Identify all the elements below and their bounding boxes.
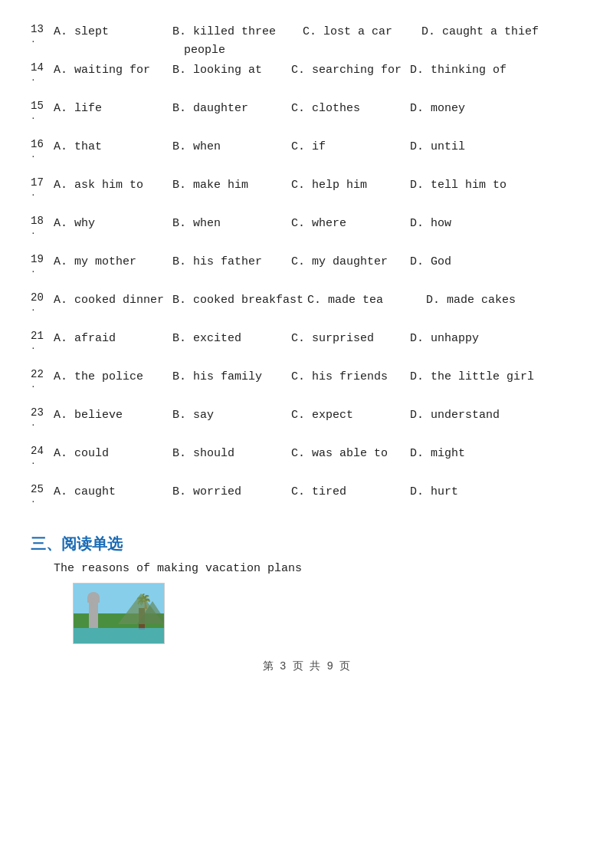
question-number: 18	[31, 215, 54, 227]
question-number: 25	[31, 483, 54, 495]
question-dot: .	[31, 342, 36, 351]
option-a[interactable]: A. life	[54, 100, 172, 118]
question-row: 13.A. sleptB. killed threepeopleC. lost …	[31, 23, 582, 60]
questions-container: 13.A. sleptB. killed threepeopleC. lost …	[31, 23, 582, 520]
option-c[interactable]: C. was able to	[291, 445, 410, 463]
question-row: 25.A. caughtB. worriedC. tiredD. hurt	[31, 483, 582, 520]
option-b[interactable]: B. daughter	[172, 100, 291, 118]
question-dot: .	[31, 112, 36, 121]
question-row: 17.A. ask him toB. make himC. help himD.…	[31, 176, 582, 213]
option-b[interactable]: B. say	[172, 406, 291, 425]
question-number: 22	[31, 368, 54, 380]
option-d[interactable]: D. how	[410, 215, 529, 233]
question-dot: .	[31, 419, 36, 428]
option-a[interactable]: A. my mother	[54, 253, 172, 271]
question-row: 22.A. the policeB. his familyC. his frie…	[31, 368, 582, 405]
option-b[interactable]: B. should	[172, 445, 291, 463]
option-a[interactable]: A. that	[54, 138, 172, 156]
option-d[interactable]: D. until	[410, 138, 529, 156]
option-b[interactable]: B. looking at	[172, 61, 291, 80]
question-number: 20	[31, 291, 54, 304]
option-d[interactable]: D. made cakes	[426, 291, 545, 310]
question-number: 15	[31, 100, 54, 112]
option-b[interactable]: B. make him	[172, 176, 291, 195]
question-dot: .	[31, 74, 36, 83]
option-c[interactable]: C. surprised	[291, 330, 410, 348]
question-dot: .	[31, 150, 36, 159]
option-d[interactable]: D. thinking of	[410, 61, 529, 80]
question-row: 21.A. afraidB. excitedC. surprisedD. unh…	[31, 330, 582, 367]
question-dot: .	[31, 189, 36, 198]
option-c[interactable]: C. lost a car	[303, 23, 421, 41]
option-c[interactable]: C. clothes	[291, 100, 410, 118]
question-dot: .	[31, 227, 36, 236]
question-number: 16	[31, 138, 54, 150]
option-a[interactable]: A. believe	[54, 406, 172, 425]
option-a[interactable]: A. slept	[54, 23, 172, 41]
question-dot: .	[31, 495, 36, 505]
option-b[interactable]: B. worried	[172, 483, 291, 501]
question-number: 14	[31, 61, 54, 74]
option-a[interactable]: A. afraid	[54, 330, 172, 348]
option-b[interactable]: B. when	[172, 215, 291, 233]
option-c[interactable]: C. my daughter	[291, 253, 410, 271]
question-row: 14.A. waiting forB. looking atC. searchi…	[31, 61, 582, 98]
question-row: 19.A. my motherB. his fatherC. my daught…	[31, 253, 582, 290]
option-c[interactable]: C. expect	[291, 406, 410, 425]
option-c[interactable]: C. where	[291, 215, 410, 233]
question-dot: .	[31, 35, 36, 44]
option-d[interactable]: D. understand	[410, 406, 529, 425]
option-c[interactable]: C. his friends	[291, 368, 410, 386]
option-c[interactable]: C. help him	[291, 176, 410, 195]
option-d[interactable]: D. caught a thief	[421, 23, 543, 41]
question-row: 16.A. thatB. whenC. ifD. until	[31, 138, 582, 175]
option-b[interactable]: B. when	[172, 138, 291, 156]
question-number: 21	[31, 330, 54, 342]
question-row: 23.A. believeB. sayC. expectD. understan…	[31, 406, 582, 443]
option-d[interactable]: D. God	[410, 253, 529, 271]
section-title: 三、阅读单选	[31, 534, 582, 554]
question-row: 18.A. whyB. whenC. whereD. how	[31, 215, 582, 252]
question-number: 19	[31, 253, 54, 265]
question-number: 23	[31, 406, 54, 419]
question-number: 13	[31, 23, 54, 35]
option-b[interactable]: B. his father	[172, 253, 291, 271]
question-dot: .	[31, 265, 36, 275]
option-c[interactable]: C. tired	[291, 483, 410, 501]
option-a[interactable]: A. cooked dinner	[54, 291, 172, 310]
option-c[interactable]: C. if	[291, 138, 410, 156]
option-a[interactable]: A. why	[54, 215, 172, 233]
page-footer: 第 3 页 共 9 页	[31, 659, 582, 673]
option-a[interactable]: A. ask him to	[54, 176, 172, 195]
option-c[interactable]: C. searching for	[291, 61, 410, 80]
option-c[interactable]: C. made tea	[307, 291, 426, 310]
question-row: 24.A. couldB. shouldC. was able toD. mig…	[31, 445, 582, 482]
option-b[interactable]: B. cooked breakfast	[172, 291, 307, 310]
option-d[interactable]: D. might	[410, 445, 529, 463]
question-row: 15.A. lifeB. daughterC. clothesD. money	[31, 100, 582, 136]
option-a[interactable]: A. the police	[54, 368, 172, 386]
reading-subtitle: The reasons of making vacation plans	[54, 562, 582, 575]
question-number: 17	[31, 176, 54, 189]
option-b[interactable]: B. his family	[172, 368, 291, 386]
question-dot: .	[31, 457, 36, 466]
question-dot: .	[31, 304, 36, 313]
option-d[interactable]: D. unhappy	[410, 330, 529, 348]
option-d[interactable]: D. money	[410, 100, 529, 118]
question-row: 20.A. cooked dinnerB. cooked breakfastC.…	[31, 291, 582, 328]
option-d[interactable]: D. the little girl	[410, 368, 538, 386]
option-a[interactable]: A. could	[54, 445, 172, 463]
reading-image: 🌴	[73, 583, 165, 644]
option-a[interactable]: A. waiting for	[54, 61, 172, 80]
option-d[interactable]: D. tell him to	[410, 176, 529, 195]
question-number: 24	[31, 445, 54, 457]
option-d[interactable]: D. hurt	[410, 483, 529, 501]
question-dot: .	[31, 380, 36, 390]
option-b[interactable]: B. killed threepeople	[172, 23, 303, 60]
option-a[interactable]: A. caught	[54, 483, 172, 501]
option-b[interactable]: B. excited	[172, 330, 291, 348]
